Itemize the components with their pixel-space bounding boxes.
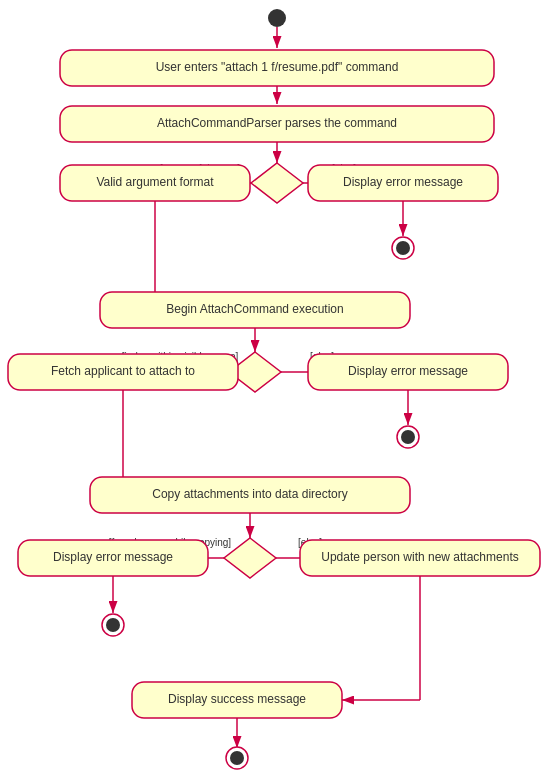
end2-inner: [401, 430, 415, 444]
node-success-label: Display success message: [168, 692, 306, 706]
node-fetch-applicant-label: Fetch applicant to attach to: [51, 364, 195, 378]
node-error-copy-label: Display error message: [53, 550, 173, 564]
node-copy-attachments-label: Copy attachments into data directory: [152, 487, 347, 501]
node-error-parse-label: Display error message: [343, 175, 463, 189]
end3-inner: [106, 618, 120, 632]
start-node: [268, 9, 286, 27]
node-update-person-label: Update person with new attachments: [321, 550, 518, 564]
decision1: [251, 163, 303, 203]
node-begin-execution-label: Begin AttachCommand execution: [166, 302, 343, 316]
node-valid-format-label: Valid argument format: [96, 175, 214, 189]
end4-inner: [230, 751, 244, 765]
decision3: [224, 538, 276, 578]
node-parser-label: AttachCommandParser parses the command: [157, 116, 397, 130]
end1-inner: [396, 241, 410, 255]
node-error-range-label: Display error message: [348, 364, 468, 378]
node-user-enters-command-label: User enters "attach 1 f/resume.pdf" comm…: [156, 60, 399, 74]
